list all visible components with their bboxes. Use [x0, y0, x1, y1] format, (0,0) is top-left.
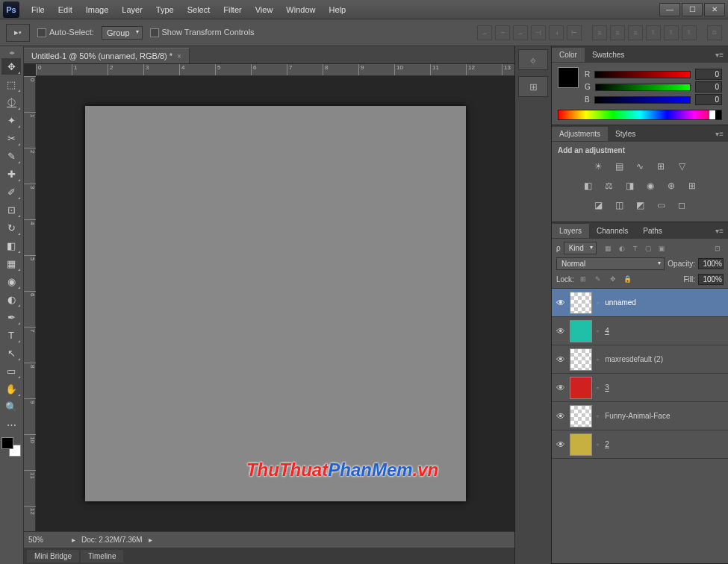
layer-thumbnail[interactable] [570, 292, 592, 314]
layer-thumbnail[interactable] [570, 377, 592, 399]
layer-visibility-icon[interactable]: 👁 [555, 354, 567, 365]
dist-left-icon[interactable]: ⦀ [646, 25, 661, 40]
g-slider[interactable] [595, 84, 691, 91]
layer-row[interactable]: 👁▫2 [552, 430, 728, 459]
lock-pixels-icon[interactable]: ✎ [592, 273, 604, 285]
menu-filter[interactable]: Filter [217, 2, 247, 17]
layer-name[interactable]: unnamed [605, 298, 636, 307]
filter-adjust-icon[interactable]: ◐ [616, 242, 628, 254]
dist-right-icon[interactable]: ⦀ [682, 25, 697, 40]
canvas[interactable] [85, 106, 466, 501]
layer-name[interactable]: 2 [605, 440, 609, 448]
blend-mode-dropdown[interactable]: Normal [556, 257, 665, 270]
menu-type[interactable]: Type [150, 2, 180, 17]
mini-bridge-tab[interactable]: Mini Bridge [27, 550, 79, 563]
hue-sat-icon[interactable]: ◧ [580, 178, 595, 193]
r-slider[interactable] [594, 71, 691, 78]
lock-position-icon[interactable]: ✥ [607, 273, 619, 285]
properties-panel-icon[interactable]: ⊞ [518, 76, 548, 97]
eraser-tool[interactable]: ◧ [1, 237, 21, 254]
layer-row[interactable]: 👁▫Funny-Animal-Face [552, 402, 728, 430]
layer-row[interactable]: 👁▫unnamed [552, 289, 728, 317]
brightness-icon[interactable]: ☀ [591, 159, 606, 174]
filter-smart-icon[interactable]: ▣ [656, 242, 668, 254]
align-top-icon[interactable]: ⫠ [477, 25, 492, 40]
align-bottom-icon[interactable]: ⫠ [513, 25, 528, 40]
maximize-button[interactable]: ☐ [682, 3, 703, 16]
close-tab-icon[interactable]: × [177, 52, 181, 60]
paths-tab[interactable]: Paths [635, 224, 670, 238]
align-left-icon[interactable]: ⊣ [531, 25, 546, 40]
document-tab[interactable]: Untitled-1 @ 50% (unnamed, RGB/8) * × [24, 48, 190, 63]
eyedropper-tool[interactable]: ✎ [1, 148, 21, 164]
auto-select-check[interactable]: Auto-Select: [37, 28, 94, 37]
color-ramp[interactable] [558, 110, 722, 120]
minimize-button[interactable]: — [659, 3, 680, 16]
crop-tool[interactable]: ✂ [1, 130, 21, 146]
menu-window[interactable]: Window [280, 2, 321, 17]
photo-filter-icon[interactable]: ◉ [643, 178, 658, 193]
gradient-map-icon[interactable]: ▭ [653, 198, 668, 213]
shape-tool[interactable]: ▭ [1, 363, 21, 379]
status-arrow-icon[interactable]: ▸ [72, 536, 75, 544]
zoom-tool[interactable]: 🔍 [1, 398, 21, 415]
menu-file[interactable]: File [25, 2, 51, 17]
edit-toolbar[interactable]: ⋯ [1, 416, 21, 433]
ruler-horizontal[interactable]: 012345678910111213 [36, 64, 514, 76]
layer-visibility-icon[interactable]: 👁 [555, 298, 567, 308]
b-slider[interactable] [594, 96, 691, 104]
layer-row[interactable]: 👁▫maxresdefault (2) [552, 345, 728, 374]
layer-thumbnail[interactable] [570, 433, 592, 456]
pen-tool[interactable]: ✒ [1, 309, 21, 325]
layer-visibility-icon[interactable]: 👁 [555, 411, 567, 422]
marquee-tool[interactable]: ⬚ [1, 76, 21, 93]
dodge-tool[interactable]: ◐ [1, 291, 21, 307]
color-tab[interactable]: Color [552, 48, 585, 62]
filter-type-icon[interactable]: T [629, 242, 641, 254]
lock-all-icon[interactable]: 🔒 [622, 273, 634, 285]
r-input[interactable] [695, 69, 722, 80]
tools-collapse-icon[interactable]: ◂▸ [1, 49, 22, 57]
color-panel-menu-icon[interactable]: ▾≡ [711, 51, 728, 59]
layer-name[interactable]: Funny-Animal-Face [605, 412, 670, 420]
menu-edit[interactable]: Edit [52, 2, 78, 17]
curves-icon[interactable]: ∿ [632, 159, 647, 174]
color-lookup-icon[interactable]: ⊞ [685, 178, 700, 193]
foreground-swatch[interactable] [558, 67, 579, 88]
layer-thumbnail[interactable] [570, 405, 592, 427]
heal-tool[interactable]: ✚ [1, 166, 21, 182]
vibrance-icon[interactable]: ▽ [674, 159, 689, 174]
menu-select[interactable]: Select [181, 2, 217, 17]
history-panel-icon[interactable]: ⟐ [518, 49, 548, 70]
lasso-tool[interactable]: ⏂ [1, 94, 21, 110]
adjustments-menu-icon[interactable]: ▾≡ [711, 130, 728, 138]
selective-color-icon[interactable]: ◻ [674, 198, 689, 213]
layer-name[interactable]: maxresdefault (2) [605, 355, 663, 363]
brush-tool[interactable]: ✐ [1, 184, 21, 200]
layer-thumbnail[interactable] [570, 348, 592, 371]
adjustments-tab[interactable]: Adjustments [552, 127, 608, 141]
layers-tab[interactable]: Layers [552, 224, 589, 238]
auto-select-dropdown[interactable]: Group [102, 26, 143, 40]
zoom-level[interactable]: 50% [28, 536, 66, 544]
layers-menu-icon[interactable]: ▾≡ [711, 227, 728, 235]
dist-hcenter-icon[interactable]: ⦀ [664, 25, 679, 40]
swatches-tab[interactable]: Swatches [585, 48, 632, 62]
menu-view[interactable]: View [249, 2, 279, 17]
g-input[interactable] [695, 81, 722, 93]
color-balance-icon[interactable]: ⚖ [601, 178, 616, 193]
align-right-icon[interactable]: ⊢ [567, 25, 582, 40]
tool-preset-picker[interactable]: ▸▾ [6, 24, 30, 42]
menu-layer[interactable]: Layer [116, 2, 149, 17]
stamp-tool[interactable]: ⊡ [1, 201, 21, 218]
dist-vcenter-icon[interactable]: ≡ [610, 25, 625, 40]
menu-help[interactable]: Help [323, 2, 352, 17]
align-hcenter-icon[interactable]: ⫞ [549, 25, 564, 40]
canvas-background[interactable]: ThuThuatPhanMem.vn [36, 76, 514, 531]
layer-visibility-icon[interactable]: 👁 [555, 439, 567, 450]
channel-mixer-icon[interactable]: ⊕ [664, 178, 679, 193]
filter-toggle[interactable]: ⊡ [712, 242, 724, 254]
opacity-input[interactable] [698, 258, 724, 269]
filter-shape-icon[interactable]: ▢ [643, 242, 655, 254]
blur-tool[interactable]: ◉ [1, 273, 21, 289]
